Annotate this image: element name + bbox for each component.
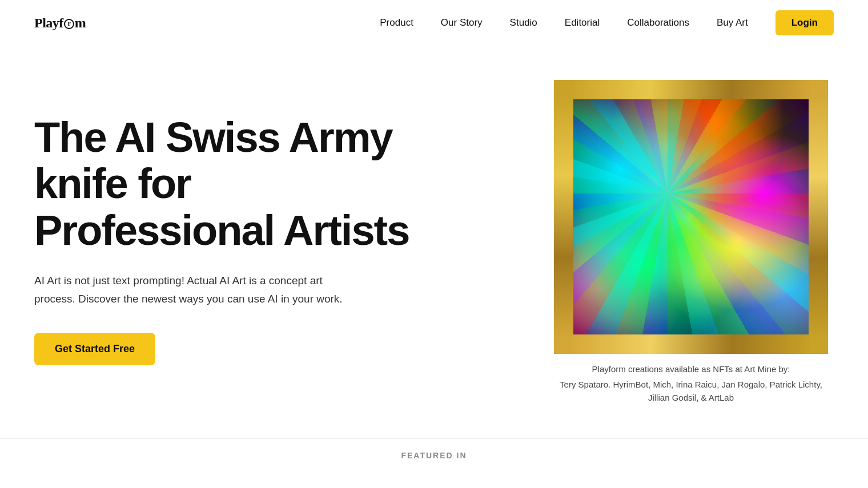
nav-item-buy-art[interactable]: Buy Art	[717, 17, 748, 29]
nav-item-our-story[interactable]: Our Story	[441, 17, 483, 29]
hero-section: The AI Swiss Army knife for Professional…	[0, 46, 868, 427]
login-button[interactable]: Login	[775, 10, 834, 35]
navbar: Playfrm Product Our Story Studio Editori…	[0, 0, 868, 46]
nav-item-editorial[interactable]: Editorial	[565, 17, 600, 29]
artwork-image	[573, 99, 809, 334]
artwork-caption: Playform creations available as NFTs at …	[548, 364, 834, 404]
hero-left: The AI Swiss Army knife for Professional…	[34, 80, 423, 365]
nav-links: Product Our Story Studio Editorial Colla…	[380, 10, 834, 35]
artwork-caption-artists: Tery Spataro. HyrimBot, Mich, Irina Raic…	[548, 378, 834, 404]
nav-item-studio[interactable]: Studio	[510, 17, 537, 29]
logo-text: Playfrm	[34, 15, 86, 31]
featured-section: FEATURED IN	[0, 438, 868, 472]
artwork-caption-title: Playform creations available as NFTs at …	[548, 364, 834, 374]
hero-title: The AI Swiss Army knife for Professional…	[34, 114, 423, 253]
get-started-button[interactable]: Get Started Free	[34, 333, 155, 365]
artwork-frame	[554, 80, 828, 354]
hero-subtitle: AI Art is not just text prompting! Actua…	[34, 272, 354, 308]
nav-item-collaborations[interactable]: Collaborations	[627, 17, 689, 29]
hero-right: Playform creations available as NFTs at …	[548, 80, 834, 404]
nav-item-product[interactable]: Product	[380, 17, 413, 29]
logo[interactable]: Playfrm	[34, 15, 86, 31]
featured-label: FEATURED IN	[401, 451, 467, 460]
